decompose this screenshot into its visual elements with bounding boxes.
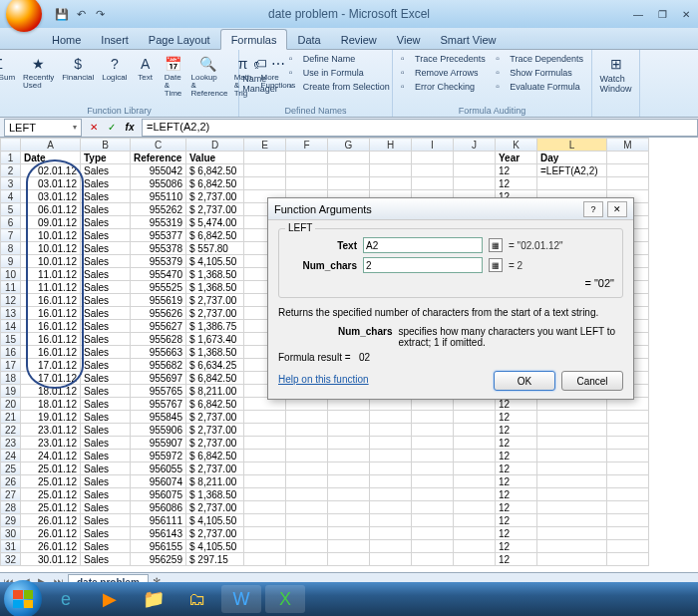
cell[interactable]: 956074 <box>131 475 186 488</box>
cell[interactable]: $ 6,634.25 <box>186 359 244 372</box>
cell[interactable]: Sales <box>81 475 131 488</box>
cell[interactable]: Sales <box>81 320 131 333</box>
evaluate-formula-button[interactable]: ▫Evaluate Formula <box>494 80 585 94</box>
cell[interactable]: 955628 <box>131 333 186 346</box>
cell[interactable]: 956055 <box>131 462 186 475</box>
cell[interactable] <box>454 462 496 475</box>
cell[interactable] <box>412 488 454 501</box>
cell[interactable]: 12 <box>496 164 537 177</box>
cell[interactable]: Sales <box>81 203 131 216</box>
cell[interactable] <box>607 450 649 462</box>
cancel-button[interactable]: Cancel <box>561 371 623 391</box>
cell[interactable] <box>244 152 286 164</box>
tab-data[interactable]: Data <box>287 30 330 49</box>
cell[interactable]: Sales <box>81 268 131 281</box>
cell[interactable] <box>370 475 412 488</box>
row-header[interactable]: 31 <box>1 540 21 553</box>
cell[interactable]: 25.01.12 <box>21 488 81 501</box>
arg-input-num_chars[interactable] <box>363 257 483 273</box>
cell[interactable]: Sales <box>81 462 131 475</box>
cancel-formula-icon[interactable]: ✕ <box>86 120 102 136</box>
row-header[interactable]: 32 <box>1 553 21 566</box>
trace-dependents-button[interactable]: ▫Trace Dependents <box>494 52 585 66</box>
cell[interactable]: 06.01.12 <box>21 203 81 216</box>
cell[interactable] <box>286 475 328 488</box>
cell[interactable] <box>454 553 496 566</box>
row-header[interactable]: 24 <box>1 450 21 462</box>
name-manager-button[interactable]: 🏷Name Manager <box>239 52 281 96</box>
maximize-button[interactable]: ❐ <box>650 6 674 22</box>
cell[interactable] <box>607 411 649 424</box>
cell[interactable]: $ 1,386.75 <box>186 320 244 333</box>
cell[interactable] <box>286 164 328 177</box>
cell[interactable]: $ 2,737.00 <box>186 294 244 307</box>
cell[interactable]: 10.01.12 <box>21 229 81 242</box>
cell[interactable] <box>454 527 496 540</box>
cell[interactable]: =LEFT(A2,2) <box>537 164 607 177</box>
col-header-M[interactable]: M <box>607 139 649 152</box>
cell[interactable]: Sales <box>81 216 131 229</box>
cell[interactable] <box>328 501 370 514</box>
ok-button[interactable]: OK <box>494 371 555 391</box>
text-button[interactable]: AText <box>133 52 159 100</box>
cell[interactable]: 03.01.12 <box>21 177 81 190</box>
cell[interactable] <box>244 501 286 514</box>
cell[interactable]: 955110 <box>131 190 186 203</box>
cell[interactable] <box>370 164 412 177</box>
cell[interactable]: 12 <box>496 177 537 190</box>
cell[interactable]: $ 2,737.00 <box>186 203 244 216</box>
cell[interactable] <box>370 553 412 566</box>
cell[interactable] <box>370 514 412 527</box>
cell[interactable]: 956075 <box>131 488 186 501</box>
cell[interactable] <box>286 424 328 437</box>
trace-precedents-button[interactable]: ▫Trace Precedents <box>399 52 488 66</box>
cell[interactable]: 03.01.12 <box>21 190 81 203</box>
row-header[interactable]: 18 <box>1 372 21 385</box>
cell[interactable]: Sales <box>81 553 131 566</box>
cell[interactable]: Sales <box>81 501 131 514</box>
cell[interactable]: Sales <box>81 255 131 268</box>
cell[interactable] <box>607 488 649 501</box>
cell[interactable]: 955262 <box>131 203 186 216</box>
cell[interactable] <box>537 450 607 462</box>
watch-window-button[interactable]: ⊞Watch Window <box>597 52 635 96</box>
row-header[interactable]: 9 <box>1 255 21 268</box>
cell[interactable]: $ 6,842.50 <box>186 398 244 411</box>
cell[interactable]: $ 2,737.00 <box>186 462 244 475</box>
cell[interactable]: Sales <box>81 164 131 177</box>
row-header[interactable]: 26 <box>1 475 21 488</box>
cell[interactable] <box>412 450 454 462</box>
cell[interactable]: 955682 <box>131 359 186 372</box>
cell[interactable]: $ 2,737.00 <box>186 411 244 424</box>
cell[interactable] <box>286 540 328 553</box>
cell[interactable] <box>607 540 649 553</box>
cell[interactable] <box>244 450 286 462</box>
cell[interactable] <box>286 462 328 475</box>
collapse-dialog-icon[interactable]: ▦ <box>489 258 503 272</box>
row-header[interactable]: 23 <box>1 437 21 450</box>
cell[interactable] <box>286 527 328 540</box>
cell[interactable] <box>412 501 454 514</box>
cell[interactable] <box>328 437 370 450</box>
cell[interactable]: 23.01.12 <box>21 424 81 437</box>
cell[interactable] <box>454 177 496 190</box>
cell[interactable]: Sales <box>81 294 131 307</box>
row-header[interactable]: 15 <box>1 333 21 346</box>
cell[interactable] <box>286 411 328 424</box>
cell[interactable] <box>328 177 370 190</box>
cell[interactable]: 955627 <box>131 320 186 333</box>
cell[interactable] <box>607 462 649 475</box>
tab-smart-view[interactable]: Smart View <box>430 30 506 49</box>
cell[interactable]: 955619 <box>131 294 186 307</box>
cell[interactable]: 16.01.12 <box>21 294 81 307</box>
cell[interactable] <box>244 475 286 488</box>
cell[interactable]: 18.01.12 <box>21 385 81 398</box>
cell[interactable]: $ 2,737.00 <box>186 307 244 320</box>
cell[interactable] <box>244 514 286 527</box>
cell[interactable]: $ 2,737.00 <box>186 190 244 203</box>
cell[interactable] <box>244 411 286 424</box>
cell[interactable] <box>328 152 370 164</box>
cell[interactable]: Year <box>496 152 537 164</box>
cell[interactable] <box>286 488 328 501</box>
explorer-icon[interactable]: 📁 <box>134 585 174 613</box>
